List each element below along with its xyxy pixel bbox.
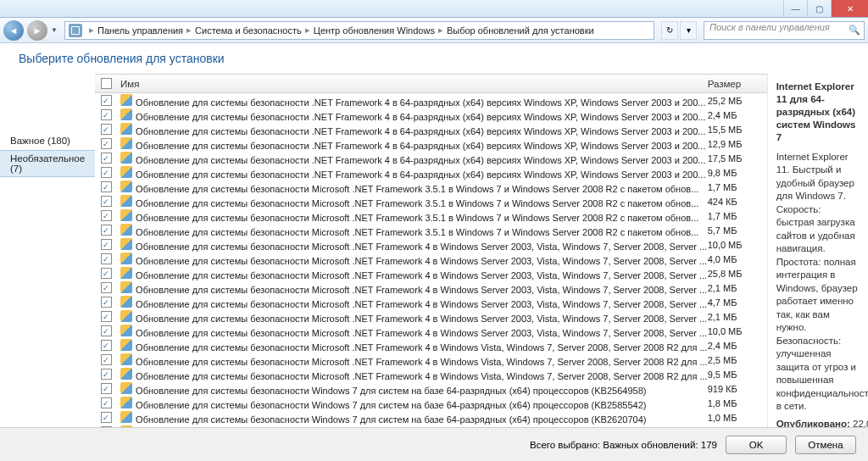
column-size[interactable]: Размер — [708, 79, 767, 89]
update-size: 15,5 МБ — [708, 125, 767, 135]
row-checkbox[interactable]: ✓ — [101, 167, 112, 178]
update-row[interactable]: ✓Обновление для системы безопасности Mic… — [95, 208, 767, 223]
update-row[interactable]: ✓Обновление для системы безопасности Mic… — [95, 266, 767, 280]
update-name: Обновление для системы безопасности Micr… — [136, 198, 698, 208]
row-checkbox[interactable]: ✓ — [101, 397, 112, 408]
update-icon — [120, 339, 132, 351]
row-checkbox[interactable]: ✓ — [101, 153, 112, 164]
update-icon — [120, 253, 132, 264]
column-name[interactable]: Имя — [117, 79, 708, 89]
update-name: Обновление для системы безопасности Wind… — [136, 414, 646, 425]
update-row[interactable]: ✓Обновление для системы безопасности Mic… — [95, 252, 767, 266]
row-checkbox[interactable]: ✓ — [101, 282, 112, 293]
update-row[interactable]: ✓Обновление для системы безопасности Mic… — [95, 324, 767, 338]
update-row[interactable]: ✓Обновление для системы безопасности Mic… — [95, 367, 767, 381]
row-checkbox[interactable]: ✓ — [101, 325, 112, 336]
update-icon — [120, 137, 132, 149]
update-row[interactable]: ✓Обновление для системы безопасности Mic… — [95, 180, 767, 194]
toolbar: ◄ ► ▼ ▸ Панель управления ▸ Система и бе… — [0, 18, 868, 43]
maximize-button[interactable]: ▢ — [807, 0, 831, 17]
update-row[interactable]: ✓Обновление для системы безопасности .NE… — [95, 93, 767, 108]
update-name: Обновление для системы безопасности Micr… — [136, 371, 708, 381]
update-name: Обновление для системы безопасности .NET… — [136, 126, 705, 136]
breadcrumb-item[interactable]: Система и безопасность — [195, 25, 302, 36]
row-checkbox[interactable]: ✓ — [101, 196, 112, 207]
detail-description: Internet Explorer 11. Быстрый и удобный … — [776, 151, 860, 414]
row-checkbox[interactable]: ✓ — [101, 340, 112, 351]
forward-button[interactable]: ► — [27, 20, 47, 41]
update-row[interactable]: ✓Обновление для системы безопасности Win… — [95, 410, 767, 425]
breadcrumb-item[interactable]: Панель управления — [97, 25, 183, 36]
breadcrumb-item[interactable]: Выбор обновлений для установки — [447, 25, 594, 36]
update-size: 25,8 МБ — [708, 269, 767, 279]
update-row[interactable]: ✓Обновление для системы безопасности Win… — [95, 381, 767, 396]
update-row[interactable]: ✓Обновление для системы безопасности Mic… — [95, 309, 767, 324]
back-button[interactable]: ◄ — [3, 20, 24, 41]
update-size: 2,1 МБ — [708, 283, 767, 293]
update-row[interactable]: ✓Обновление для системы безопасности Mic… — [95, 353, 767, 367]
grid-header: Имя Размер — [95, 75, 767, 93]
row-checkbox[interactable]: ✓ — [101, 124, 112, 135]
minimize-button[interactable]: — — [783, 0, 807, 17]
update-icon — [120, 310, 132, 322]
update-icon — [120, 224, 132, 236]
update-name: Обновление для системы безопасности Micr… — [136, 213, 698, 223]
update-size: 9,5 МБ — [708, 369, 767, 380]
update-size: 1,7 МБ — [708, 182, 767, 192]
row-checkbox[interactable]: ✓ — [101, 383, 112, 394]
update-row[interactable]: ✓Обновление для системы безопасности .NE… — [95, 122, 767, 136]
update-row[interactable]: ✓Обновление для системы безопасности Mic… — [95, 295, 767, 309]
update-row[interactable]: ✓Обновление для системы безопасности .NE… — [95, 151, 767, 165]
update-row[interactable]: ✓Обновление для системы безопасности Mic… — [95, 280, 767, 295]
row-checkbox[interactable]: ✓ — [101, 253, 112, 264]
select-all-checkbox[interactable] — [101, 78, 112, 89]
cancel-button[interactable]: Отмена — [795, 436, 856, 454]
row-checkbox[interactable]: ✓ — [101, 181, 112, 192]
update-icon — [120, 397, 132, 408]
update-name: Обновление для системы безопасности Micr… — [136, 357, 708, 367]
row-checkbox[interactable]: ✓ — [101, 210, 112, 221]
ok-button[interactable]: OK — [726, 436, 787, 454]
row-checkbox[interactable]: ✓ — [101, 268, 112, 279]
history-dropdown-icon[interactable]: ▼ — [51, 26, 61, 34]
update-row[interactable]: ✓Обновление для системы безопасности .NE… — [95, 136, 767, 151]
category-item[interactable]: Важное (180) — [0, 133, 95, 148]
update-name: Обновление для системы безопасности Wind… — [136, 400, 646, 410]
update-size: 2,4 МБ — [708, 341, 767, 351]
refresh-button[interactable]: ↻ — [661, 21, 678, 40]
row-checkbox[interactable]: ✓ — [101, 225, 112, 236]
breadcrumb[interactable]: ▸ Панель управления ▸ Система и безопасн… — [64, 21, 654, 40]
update-row[interactable]: ✓Обновление для системы безопасности Win… — [95, 396, 767, 410]
row-checkbox[interactable]: ✓ — [101, 369, 112, 380]
row-checkbox[interactable]: ✓ — [101, 354, 112, 365]
row-checkbox[interactable]: ✓ — [101, 311, 112, 322]
update-name: Обновление для системы безопасности .NET… — [136, 141, 705, 151]
search-input[interactable]: Поиск в панели управления 🔍 — [704, 21, 865, 40]
close-button[interactable]: ✕ — [831, 0, 868, 17]
breadcrumb-item[interactable]: Центр обновления Windows — [314, 25, 435, 36]
update-name: Обновление для системы безопасности Micr… — [136, 270, 707, 280]
row-checkbox[interactable]: ✓ — [101, 138, 112, 149]
category-item[interactable]: Необязательное (7) — [0, 150, 95, 177]
update-row[interactable]: ✓Обновление для системы безопасности Mic… — [95, 223, 767, 237]
row-checkbox[interactable]: ✓ — [101, 412, 112, 423]
row-checkbox[interactable]: ✓ — [101, 297, 112, 308]
row-checkbox[interactable]: ✓ — [101, 109, 112, 120]
update-row[interactable]: ✓Обновление для системы безопасности .NE… — [95, 108, 767, 122]
update-row[interactable]: ✓Обновление для системы безопасности Mic… — [95, 338, 767, 353]
refresh-dropdown-icon[interactable]: ▾ — [680, 21, 697, 40]
update-row[interactable]: ✓Обновление для системы безопасности Mic… — [95, 237, 767, 252]
update-row[interactable]: ✓Обновление для системы безопасности Mic… — [95, 194, 767, 208]
update-icon — [120, 267, 132, 279]
row-checkbox[interactable]: ✓ — [101, 95, 112, 106]
update-icon — [120, 166, 132, 178]
update-name: Обновление для системы безопасности Micr… — [136, 184, 698, 194]
update-name: Обновление для системы безопасности Micr… — [136, 227, 698, 237]
update-icon — [120, 296, 132, 308]
update-size: 1,8 МБ — [708, 398, 767, 408]
control-panel-icon — [69, 24, 82, 37]
update-size: 2,4 МБ — [708, 110, 767, 120]
row-checkbox[interactable]: ✓ — [101, 239, 112, 250]
grid-body[interactable]: ✓Обновление для системы безопасности .NE… — [95, 93, 767, 454]
update-row[interactable]: ✓Обновление для системы безопасности .NE… — [95, 165, 767, 180]
